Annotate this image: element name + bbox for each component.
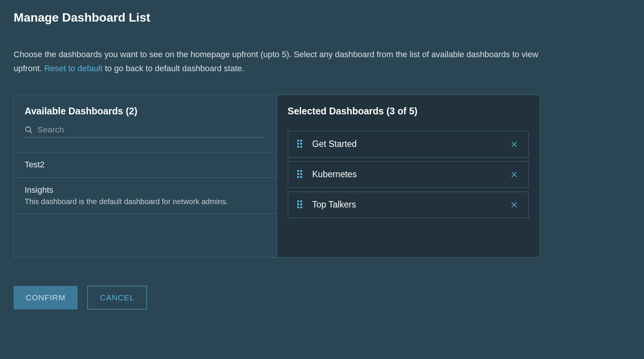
remove-button[interactable]	[509, 139, 519, 150]
available-panel-title: Available Dashboards (2)	[25, 106, 266, 117]
selected-panel: Selected Dashboards (3 of 5) Get Started	[277, 95, 540, 257]
footer-buttons: CONFIRM CANCEL	[14, 286, 630, 309]
drag-handle-icon[interactable]	[297, 170, 304, 179]
close-icon	[510, 201, 518, 209]
selected-panel-title: Selected Dashboards (3 of 5)	[288, 106, 529, 117]
available-item-title: Insights	[25, 185, 266, 195]
remove-button[interactable]	[509, 169, 519, 180]
selected-item-kubernetes: Kubernetes	[288, 161, 529, 188]
selected-item-label: Top Talkers	[312, 200, 509, 210]
reset-to-default-link[interactable]: Reset to default	[44, 64, 103, 73]
page-description: Choose the dashboards you want to see on…	[14, 47, 544, 76]
description-text-2: to go back to default dashboard state.	[105, 64, 244, 73]
available-item-test2[interactable]: Test2	[14, 152, 277, 177]
selected-item-top-talkers: Top Talkers	[288, 192, 529, 218]
close-icon	[510, 170, 518, 179]
cancel-button[interactable]: CANCEL	[87, 286, 147, 309]
available-item-insights[interactable]: Insights This dashboard is the default d…	[14, 177, 277, 214]
selected-item-label: Get Started	[312, 139, 509, 149]
selected-panel-header: Selected Dashboards (3 of 5)	[277, 95, 540, 124]
available-item-description: This dashboard is the default dashboard …	[25, 197, 266, 206]
svg-line-1	[30, 131, 32, 133]
svg-point-0	[26, 127, 31, 132]
close-icon	[510, 140, 518, 148]
available-panel: Available Dashboards (2) Test2 Insights …	[14, 95, 277, 257]
confirm-button[interactable]: CONFIRM	[14, 286, 78, 309]
drag-handle-icon[interactable]	[297, 200, 304, 209]
dashboard-panels: Available Dashboards (2) Test2 Insights …	[14, 95, 540, 258]
available-item-title: Test2	[25, 160, 266, 170]
selected-item-get-started: Get Started	[288, 131, 529, 158]
drag-handle-icon[interactable]	[297, 140, 304, 149]
available-panel-header: Available Dashboards (2)	[14, 95, 277, 141]
page-title: Manage Dashboard List	[14, 11, 630, 25]
search-icon	[25, 126, 33, 134]
remove-button[interactable]	[509, 200, 519, 210]
search-field-wrap	[25, 125, 263, 137]
selected-list: Get Started Kubernetes	[277, 124, 540, 218]
available-list: Test2 Insights This dashboard is the def…	[14, 152, 277, 214]
search-input[interactable]	[37, 125, 263, 135]
selected-item-label: Kubernetes	[312, 169, 509, 180]
